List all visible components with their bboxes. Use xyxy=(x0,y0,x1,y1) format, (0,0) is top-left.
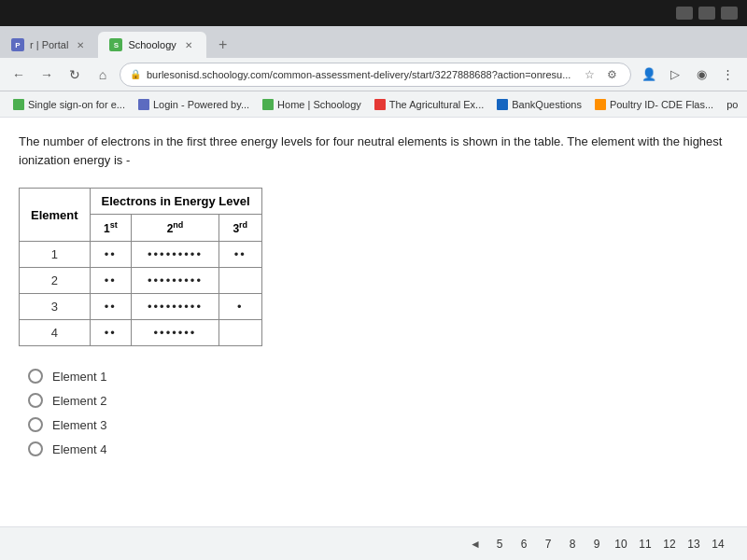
bookmark-agricultural-label: The Agricultural Ex... xyxy=(389,99,485,110)
answer-option-2[interactable]: Element 2 xyxy=(28,393,728,408)
radio-element-1[interactable] xyxy=(28,369,43,384)
bookmark-single-sign-on-label: Single sign-on for e... xyxy=(28,99,125,110)
table-row: 4 •• ••••••• xyxy=(20,320,262,346)
answer-label-2: Element 2 xyxy=(52,394,107,408)
answer-option-3[interactable]: Element 3 xyxy=(28,417,728,432)
os-icon-3 xyxy=(721,7,738,20)
browser-window: P r | Portal ✕ S Schoology ✕ + ← → ↻ ⌂ 🔒… xyxy=(0,26,747,560)
bk-favicon-3 xyxy=(262,99,274,110)
page-7[interactable]: 7 xyxy=(538,534,558,554)
page-13[interactable]: 13 xyxy=(684,534,704,554)
back-button[interactable]: ← xyxy=(7,63,30,86)
table-subheader-3rd: 3rd xyxy=(218,215,261,242)
element-4-level2: ••••••• xyxy=(132,320,219,346)
table-subheader-2nd: 2nd xyxy=(132,215,219,242)
page-6[interactable]: 6 xyxy=(514,534,534,554)
tab-schoology-label: Schoology xyxy=(128,39,176,50)
bookmark-single-sign-on[interactable]: Single sign-on for e... xyxy=(7,94,131,115)
answer-label-3: Element 3 xyxy=(52,418,107,432)
bookmark-star-icon[interactable]: ☆ xyxy=(580,65,599,84)
portal-favicon: P xyxy=(11,38,24,51)
element-1-level3: •• xyxy=(218,242,261,268)
table-subheader-1st: 1st xyxy=(90,215,131,242)
energy-table: Element Electrons in Energy Level 1st 2n… xyxy=(19,188,262,346)
forward-button[interactable]: → xyxy=(35,63,58,86)
bookmark-agricultural[interactable]: The Agricultural Ex... xyxy=(369,94,490,115)
bookmark-bankquestions-label: BankQuestions xyxy=(512,99,582,110)
element-1-num: 1 xyxy=(20,242,91,268)
element-2-level1: •• xyxy=(90,268,131,294)
bk-favicon-4 xyxy=(374,99,386,110)
page-14[interactable]: 14 xyxy=(708,534,728,554)
table-header-electrons: Electrons in Energy Level xyxy=(90,189,261,215)
element-2-level2: ••••••••• xyxy=(132,268,219,294)
reload-button[interactable]: ↻ xyxy=(63,63,86,86)
element-3-level3: • xyxy=(218,294,261,320)
bookmark-poultry-label: Poultry ID- CDE Flas... xyxy=(610,99,713,110)
element-2-level3 xyxy=(218,268,261,294)
extension-icon[interactable]: ⚙ xyxy=(602,65,621,84)
bookmark-poultry[interactable]: Poultry ID- CDE Flas... xyxy=(589,94,719,115)
bookmark-bankquestions[interactable]: BankQuestions xyxy=(491,94,587,115)
question-text: The number of electrons in the first thr… xyxy=(19,133,728,169)
cast-icon[interactable]: ▷ xyxy=(663,63,687,87)
answer-options: Element 1 Element 2 Element 3 Element 4 xyxy=(19,369,728,456)
bk-favicon-6 xyxy=(595,99,606,110)
bookmark-login-label: Login - Powered by... xyxy=(153,99,249,110)
answer-label-4: Element 4 xyxy=(52,442,107,456)
page-8[interactable]: 8 xyxy=(562,534,583,554)
tab-portal[interactable]: P r | Portal ✕ xyxy=(0,32,98,58)
tab-portal-close[interactable]: ✕ xyxy=(74,38,87,51)
answer-option-4[interactable]: Element 4 xyxy=(28,441,728,456)
os-icons xyxy=(676,7,738,20)
os-icon-1 xyxy=(676,7,693,20)
os-icon-2 xyxy=(698,7,715,20)
url-text: burlesonisd.schoology.com/common-assessm… xyxy=(147,69,574,80)
page-prev-button[interactable]: ◄ xyxy=(465,534,486,554)
answer-label-1: Element 1 xyxy=(52,370,107,384)
browser-action-icons: 👤 ▷ ◉ ⋮ xyxy=(637,63,740,87)
radio-element-3[interactable] xyxy=(28,417,43,432)
element-1-level2: ••••••••• xyxy=(132,242,219,268)
bookmarks-bar: Single sign-on for e... Login - Powered … xyxy=(0,91,747,118)
element-4-level1: •• xyxy=(90,320,131,346)
table-row: 1 •• ••••••••• •• xyxy=(20,242,262,268)
answer-option-1[interactable]: Element 1 xyxy=(28,369,728,384)
os-bar xyxy=(0,0,747,26)
pagination-bar: ◄ 5 6 7 8 9 10 11 12 13 14 xyxy=(0,526,747,560)
radio-element-2[interactable] xyxy=(28,393,43,408)
history-icon[interactable]: ◉ xyxy=(689,63,713,87)
bookmark-po[interactable]: po xyxy=(721,94,743,115)
account-icon[interactable]: 👤 xyxy=(637,63,661,87)
address-bar: ← → ↻ ⌂ 🔒 burlesonisd.schoology.com/comm… xyxy=(0,58,747,91)
page-content: The number of electrons in the first thr… xyxy=(0,118,747,526)
lock-icon: 🔒 xyxy=(130,69,141,79)
bookmark-home-schoology[interactable]: Home | Schoology xyxy=(257,94,367,115)
bookmark-login[interactable]: Login - Powered by... xyxy=(133,94,255,115)
table-header-element: Element xyxy=(20,189,91,242)
element-3-num: 3 xyxy=(20,294,91,320)
bookmark-home-schoology-label: Home | Schoology xyxy=(277,99,361,110)
bk-favicon-5 xyxy=(497,99,508,110)
bk-favicon-1 xyxy=(13,99,24,110)
radio-element-4[interactable] xyxy=(28,441,43,456)
new-tab-button[interactable]: + xyxy=(210,32,236,58)
bk-favicon-2 xyxy=(138,99,149,110)
tab-schoology[interactable]: S Schoology ✕ xyxy=(98,32,205,58)
page-9[interactable]: 9 xyxy=(586,534,607,554)
page-12[interactable]: 12 xyxy=(659,534,680,554)
table-row: 3 •• ••••••••• • xyxy=(20,294,262,320)
schoology-favicon: S xyxy=(109,38,122,51)
element-4-num: 4 xyxy=(20,320,91,346)
element-1-level1: •• xyxy=(90,242,131,268)
page-11[interactable]: 11 xyxy=(635,534,655,554)
tab-portal-label: r | Portal xyxy=(30,39,68,50)
bookmark-po-label: po xyxy=(726,99,738,110)
url-actions: ☆ ⚙ xyxy=(580,65,621,84)
menu-icon[interactable]: ⋮ xyxy=(715,63,740,87)
page-10[interactable]: 10 xyxy=(611,534,631,554)
tab-schoology-close[interactable]: ✕ xyxy=(182,38,195,51)
url-box[interactable]: 🔒 burlesonisd.schoology.com/common-asses… xyxy=(120,63,631,87)
home-button[interactable]: ⌂ xyxy=(92,63,114,86)
page-5[interactable]: 5 xyxy=(489,534,510,554)
